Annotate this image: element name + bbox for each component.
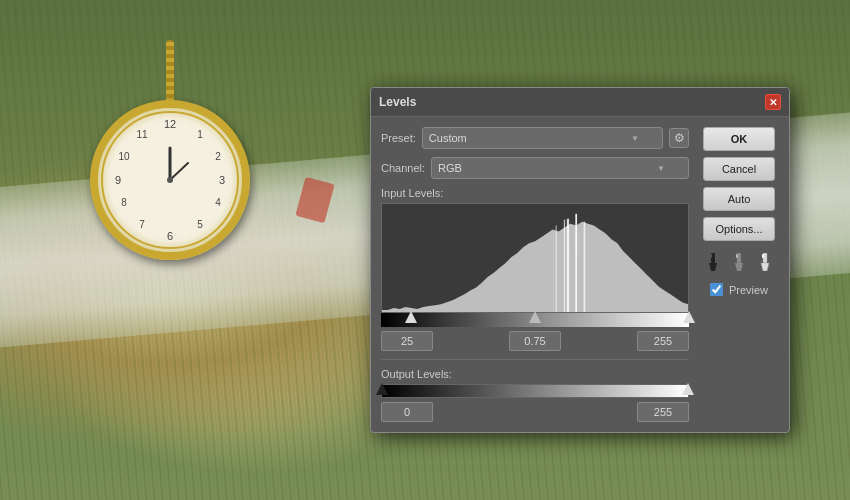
options-button[interactable]: Options... — [703, 217, 775, 241]
eyedroppers-group — [702, 251, 776, 273]
svg-rect-25 — [710, 254, 712, 258]
dialog-right-panel: OK Cancel Auto Options... — [699, 127, 779, 422]
cancel-button[interactable]: Cancel — [703, 157, 775, 181]
svg-rect-28 — [736, 254, 738, 258]
dialog-overlay: Levels ✕ Preset: Custom ▼ ⚙ — [0, 0, 850, 500]
auto-button[interactable]: Auto — [703, 187, 775, 211]
output-levels-label: Output Levels: — [381, 368, 689, 380]
gray-eyedropper-icon — [731, 253, 747, 271]
input-white-value[interactable] — [637, 331, 689, 351]
input-black-slider-thumb[interactable] — [405, 311, 417, 323]
gray-eyedropper-button[interactable] — [728, 251, 750, 273]
dialog-title: Levels — [379, 95, 416, 109]
dialog-titlebar: Levels ✕ — [371, 88, 789, 117]
preset-row: Preset: Custom ▼ ⚙ — [381, 127, 689, 149]
channel-select-wrapper: RGB ▼ — [431, 157, 689, 179]
svg-rect-31 — [762, 254, 764, 258]
svg-marker-24 — [709, 263, 717, 271]
dialog-body: Preset: Custom ▼ ⚙ Channel: — [371, 117, 789, 432]
input-values-row — [381, 331, 689, 351]
input-mid-slider-thumb[interactable] — [529, 311, 541, 323]
histogram-container — [381, 203, 689, 313]
dialog-close-button[interactable]: ✕ — [765, 94, 781, 110]
output-white-value[interactable] — [637, 402, 689, 422]
white-eyedropper-button[interactable] — [754, 251, 776, 273]
preset-select-wrapper: Custom ▼ — [422, 127, 663, 149]
input-levels-label: Input Levels: — [381, 187, 689, 199]
output-white-slider-thumb[interactable] — [682, 383, 694, 395]
channel-label: Channel: — [381, 162, 425, 174]
input-white-slider-thumb[interactable] — [683, 311, 695, 323]
input-black-value[interactable] — [381, 331, 433, 351]
black-eyedropper-button[interactable] — [702, 251, 724, 273]
separator — [381, 359, 689, 360]
channel-select[interactable]: RGB — [431, 157, 689, 179]
dialog-left-panel: Preset: Custom ▼ ⚙ Channel: — [381, 127, 689, 422]
ok-button[interactable]: OK — [703, 127, 775, 151]
histogram-svg — [382, 204, 688, 312]
svg-marker-27 — [735, 263, 743, 271]
output-values-row — [381, 402, 689, 422]
output-gradient-track — [381, 384, 689, 398]
gear-icon: ⚙ — [674, 131, 685, 145]
channel-row: Channel: RGB ▼ — [381, 157, 689, 179]
preview-checkbox[interactable] — [710, 283, 723, 296]
preset-label: Preset: — [381, 132, 416, 144]
output-black-slider-thumb[interactable] — [376, 383, 388, 395]
output-black-value[interactable] — [381, 402, 433, 422]
preset-select[interactable]: Custom — [422, 127, 663, 149]
white-eyedropper-icon — [757, 253, 773, 271]
levels-dialog: Levels ✕ Preset: Custom ▼ ⚙ — [370, 87, 790, 433]
preset-gear-button[interactable]: ⚙ — [669, 128, 689, 148]
preview-label: Preview — [729, 284, 768, 296]
preview-row: Preview — [710, 283, 768, 296]
black-eyedropper-icon — [705, 253, 721, 271]
svg-marker-30 — [761, 263, 769, 271]
input-midtone-value[interactable] — [509, 331, 561, 351]
input-slider-track — [381, 313, 689, 327]
